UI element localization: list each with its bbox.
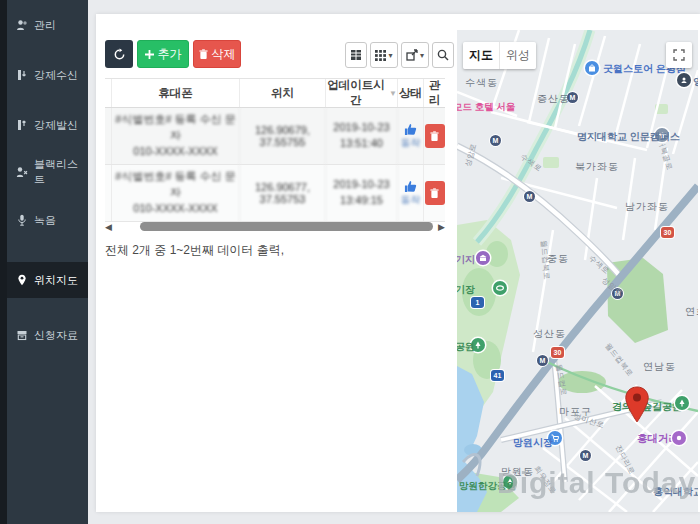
phone-incoming-icon xyxy=(16,69,28,81)
map-type-map-button[interactable]: 지도 xyxy=(463,42,500,69)
table-summary: 전체 2개 중 1~2번째 데이터 출력, xyxy=(105,242,284,259)
sidebar-item-label: 블랙리스트 xyxy=(34,157,88,187)
status-cell[interactable]: 동작 xyxy=(398,165,424,221)
refresh-button[interactable] xyxy=(105,40,133,68)
route-shield: 41 xyxy=(491,370,504,381)
sidebar-item-label: 강제수신 xyxy=(34,68,78,83)
watermark: Digital Today xyxy=(497,466,696,500)
sidebar-item-forced-send[interactable]: 강제발신 xyxy=(7,107,88,143)
location-pin-icon[interactable] xyxy=(624,386,650,424)
row-spacer xyxy=(105,108,112,164)
subway-station-icon: M xyxy=(490,135,501,146)
hongdae-poi-icon xyxy=(672,431,686,445)
export-dropdown-button[interactable]: ▾ xyxy=(401,42,429,68)
sidebar-item-label: 강제발신 xyxy=(34,118,78,133)
chevron-down-icon: ▾ xyxy=(420,51,424,60)
map-marker-icon xyxy=(16,274,28,286)
chevron-down-icon: ▾ xyxy=(388,51,392,60)
export-icon xyxy=(406,49,418,61)
sidebar-item-blacklist[interactable]: 블랙리스트 xyxy=(7,154,88,190)
delete-button[interactable]: 삭제 xyxy=(193,40,241,68)
row-spacer xyxy=(105,165,112,221)
location-cell: 126.90677, 37.55753 xyxy=(240,165,326,221)
map-type-control: 지도 위성 xyxy=(463,42,536,69)
market-poi-icon xyxy=(677,73,691,87)
updated-cell: 2019-10-2313:51:40 xyxy=(326,108,398,164)
table-header-status[interactable]: 상태 xyxy=(398,79,424,107)
sidebar-item-label: 위치지도 xyxy=(34,273,78,288)
table-header-row: 휴대폰 위치 업데이트시간▼ 상태 관리 xyxy=(105,78,445,108)
museum-poi-icon xyxy=(476,251,490,265)
park-poi-icon xyxy=(471,338,485,352)
sidebar-item-recording[interactable]: 녹음 xyxy=(7,202,88,238)
content-panel: 추가 삭제 ▾ ▾ 휴대폰 위치 업데이트시간▼ 상태 관리 #식별번호# 등록… xyxy=(96,14,700,512)
users-icon xyxy=(16,19,28,31)
user-x-icon xyxy=(16,166,28,178)
sidebar-item-application-data[interactable]: 신청자료 xyxy=(7,317,88,353)
phone-cell: #식별번호# 등록 수신 문자010-XXXX-XXXX xyxy=(112,165,240,221)
table-header-spacer xyxy=(105,79,112,107)
search-button[interactable] xyxy=(432,42,454,68)
fullscreen-button[interactable] xyxy=(666,42,692,68)
university-poi-icon xyxy=(655,128,669,142)
table-header-updated[interactable]: 업데이트시간▼ xyxy=(326,79,398,107)
subway-station-icon: M xyxy=(524,191,535,202)
trash-icon xyxy=(430,131,439,142)
data-table: 휴대폰 위치 업데이트시간▼ 상태 관리 #식별번호# 등록 수신 문자010-… xyxy=(105,78,445,222)
store-poi-icon xyxy=(585,61,599,75)
route-shield: 30 xyxy=(661,227,674,238)
trash-icon xyxy=(430,188,439,199)
route-shield: 1 xyxy=(471,297,484,308)
subway-station-icon: M xyxy=(567,92,578,103)
sidebar: 관리 강제수신 강제발신 블랙리스트 녹음 위치지도 신청자료 xyxy=(0,0,88,524)
manage-cell xyxy=(424,108,445,164)
sidebar-item-label: 녹음 xyxy=(34,213,56,228)
row-delete-button[interactable] xyxy=(425,124,445,148)
table-header-location[interactable]: 위치 xyxy=(240,79,326,107)
subway-station-icon: M xyxy=(537,355,548,366)
stadium-poi-icon xyxy=(493,281,507,295)
scroll-right-icon[interactable]: ▶ xyxy=(438,222,445,232)
sidebar-edge xyxy=(0,0,7,524)
scroll-left-icon[interactable]: ◀ xyxy=(105,222,112,232)
delete-button-label: 삭제 xyxy=(212,46,236,63)
sort-caret-icon: ▼ xyxy=(389,89,397,98)
map-base-layer xyxy=(457,30,698,512)
thumbs-up-icon xyxy=(404,123,417,136)
sidebar-item-management[interactable]: 관리 xyxy=(7,7,88,43)
table-header-phone[interactable]: 휴대폰 xyxy=(112,79,240,107)
subway-station-icon: M xyxy=(612,288,623,299)
park-poi-icon xyxy=(675,396,689,410)
location-cell: 126.90679, 37.55755 xyxy=(240,108,326,164)
table-header-manage[interactable]: 관리 xyxy=(424,79,445,107)
add-button-label: 추가 xyxy=(158,46,182,63)
search-icon xyxy=(437,49,449,61)
microphone-icon xyxy=(16,214,28,226)
phone-outgoing-icon xyxy=(16,119,28,131)
sidebar-item-label: 관리 xyxy=(34,18,56,33)
sidebar-item-label: 신청자료 xyxy=(34,328,78,343)
horizontal-scrollbar[interactable]: ◀ ▶ xyxy=(105,221,445,233)
columns-dropdown-button[interactable]: ▾ xyxy=(370,42,398,68)
manage-cell xyxy=(424,165,445,221)
sidebar-item-forced-receive[interactable]: 강제수신 xyxy=(7,57,88,93)
grid-icon xyxy=(375,50,386,61)
table-view-button[interactable] xyxy=(345,42,367,68)
add-button[interactable]: 추가 xyxy=(137,40,189,68)
updated-cell: 2019-10-2313:49:15 xyxy=(326,165,398,221)
scrollbar-thumb[interactable] xyxy=(140,222,433,231)
table-icon xyxy=(350,49,362,61)
trash-icon xyxy=(199,49,208,60)
table-row[interactable]: #식별번호# 등록 수신 문자010-XXXX-XXXX 126.90677, … xyxy=(105,165,445,222)
table-row[interactable]: #식별번호# 등록 수신 문자010-XXXX-XXXX 126.90679, … xyxy=(105,108,445,165)
plus-icon xyxy=(145,50,154,59)
map-panel[interactable]: M M M M M M 41 1 30 30 수색동 증산동 북가좌동 남가좌동… xyxy=(457,30,698,512)
thumbs-up-icon xyxy=(404,180,417,193)
map-type-satellite-button[interactable]: 위성 xyxy=(500,42,536,69)
status-cell[interactable]: 동작 xyxy=(398,108,424,164)
row-delete-button[interactable] xyxy=(425,181,445,205)
fullscreen-icon xyxy=(673,49,685,61)
sidebar-item-location-map[interactable]: 위치지도 xyxy=(7,262,88,298)
market-poi-icon xyxy=(548,431,562,445)
phone-cell: #식별번호# 등록 수신 문자010-XXXX-XXXX xyxy=(112,108,240,164)
